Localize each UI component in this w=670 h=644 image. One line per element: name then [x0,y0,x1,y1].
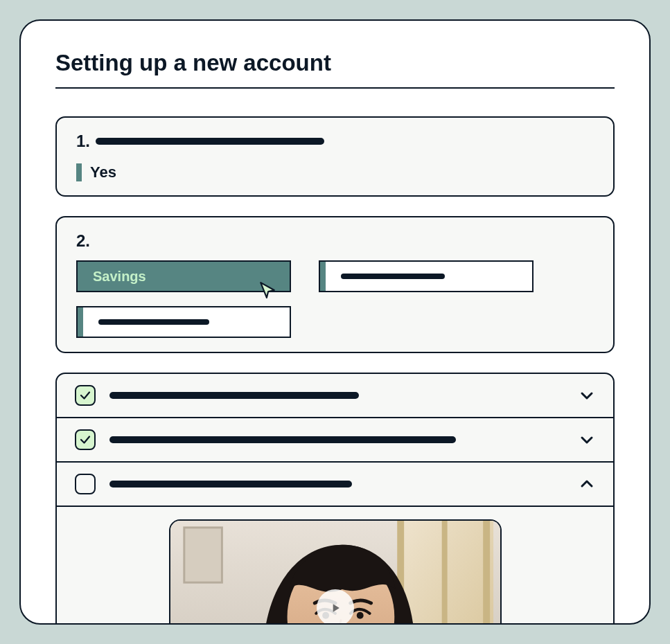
option-2[interactable] [319,260,534,292]
option-savings-label: Savings [93,269,146,285]
page-title: Setting up a new account [55,50,615,76]
checklist-item-1[interactable] [57,374,613,418]
option-3-text-placeholder [98,319,209,325]
checkbox-checked-icon[interactable] [75,385,96,406]
play-button[interactable] [317,589,354,625]
checklist-item-2-text-placeholder [109,436,456,443]
svg-point-8 [356,612,363,619]
option-2-text-placeholder [341,274,445,279]
svg-rect-4 [483,521,490,625]
checklist-item-3-text-placeholder [109,481,352,488]
answer-indicator-bar [76,163,82,181]
checklist-panel [55,373,615,625]
chevron-down-icon [579,387,595,404]
main-card: Setting up a new account 1. Yes 2. [19,19,651,625]
question-1-answer-label: Yes [90,163,116,181]
play-icon [328,601,342,615]
question-1-panel: 1. Yes [55,116,615,197]
svg-rect-3 [441,521,447,625]
question-1-number: 1. [76,132,90,151]
chevron-down-icon [579,431,595,448]
option-indicator-bar [78,307,83,337]
checklist-item-3-content [57,507,613,625]
question-1-answer: Yes [76,163,594,181]
checklist-item-1-text-placeholder [109,392,359,399]
question-1-text-placeholder [96,138,324,145]
video-thumbnail[interactable] [169,519,502,625]
question-2-number: 2. [76,231,90,251]
svg-rect-5 [184,528,222,582]
chevron-up-icon [579,476,595,492]
checklist-item-2[interactable] [57,418,613,463]
title-divider [55,87,615,89]
option-indicator-bar [320,262,326,291]
option-savings[interactable]: Savings [76,260,291,292]
checkbox-checked-icon[interactable] [75,429,96,450]
option-3[interactable] [76,306,291,338]
checklist-item-3[interactable] [57,463,613,507]
checkbox-unchecked-icon[interactable] [75,474,96,494]
question-2-panel: 2. Savings [55,216,615,353]
